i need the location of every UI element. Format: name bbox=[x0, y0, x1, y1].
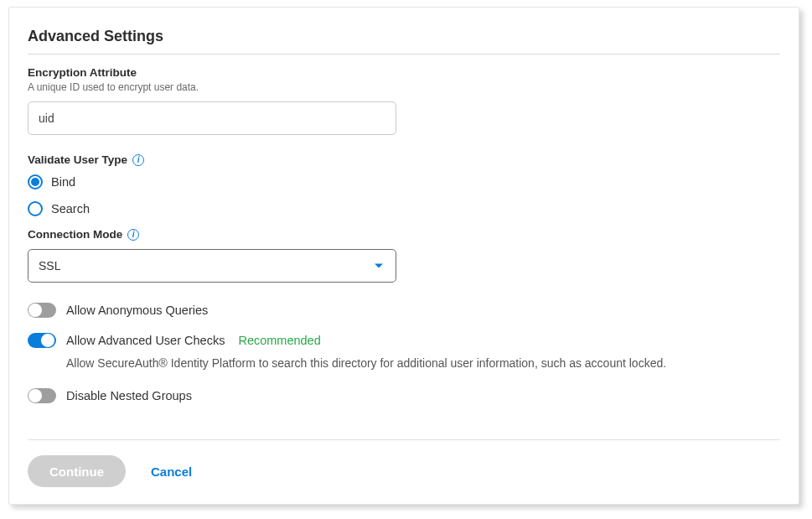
allow-advanced-user-checks-desc: Allow SecureAuth® Identity Platform to s… bbox=[66, 356, 780, 370]
encryption-attribute-input[interactable] bbox=[28, 101, 396, 135]
radio-bind[interactable]: Bind bbox=[28, 174, 780, 189]
radio-bind-label: Bind bbox=[51, 175, 75, 189]
info-icon[interactable]: i bbox=[132, 154, 144, 166]
allow-anonymous-queries-label: Allow Anonymous Queries bbox=[66, 304, 208, 317]
toggle-allow-advanced-user-checks[interactable] bbox=[28, 333, 56, 348]
page-title: Advanced Settings bbox=[28, 28, 780, 54]
toggle-disable-nested-groups-row: Disable Nested Groups bbox=[28, 388, 780, 403]
connection-mode-value: SSL bbox=[39, 259, 60, 272]
cancel-button[interactable]: Cancel bbox=[151, 465, 192, 479]
advanced-settings-card: Advanced Settings Encryption Attribute A… bbox=[8, 7, 799, 505]
radio-search-label: Search bbox=[51, 202, 90, 215]
encryption-attribute-label: Encryption Attribute bbox=[28, 66, 780, 79]
disable-nested-groups-label: Disable Nested Groups bbox=[66, 389, 192, 402]
connection-mode-label: Connection Mode bbox=[28, 228, 122, 241]
info-icon[interactable]: i bbox=[127, 229, 139, 241]
footer: Continue Cancel bbox=[28, 439, 780, 487]
toggle-allow-anonymous-queries[interactable] bbox=[28, 303, 56, 318]
toggle-allow-advanced-user-checks-row: Allow Advanced User Checks Recommended bbox=[28, 333, 780, 348]
radio-search-control[interactable] bbox=[28, 201, 43, 216]
radio-search[interactable]: Search bbox=[28, 201, 780, 216]
connection-mode-select[interactable]: SSL bbox=[28, 249, 396, 283]
radio-bind-control[interactable] bbox=[28, 174, 43, 189]
toggle-allow-anonymous-queries-row: Allow Anonymous Queries bbox=[28, 303, 780, 318]
validate-user-type-label: Validate User Type bbox=[28, 153, 127, 166]
encryption-attribute-hint: A unique ID used to encrypt user data. bbox=[28, 81, 780, 93]
toggle-disable-nested-groups[interactable] bbox=[28, 388, 56, 403]
recommended-badge: Recommended bbox=[238, 334, 320, 347]
allow-advanced-user-checks-label: Allow Advanced User Checks bbox=[66, 334, 225, 347]
chevron-down-icon bbox=[375, 264, 383, 268]
continue-button[interactable]: Continue bbox=[28, 455, 126, 487]
